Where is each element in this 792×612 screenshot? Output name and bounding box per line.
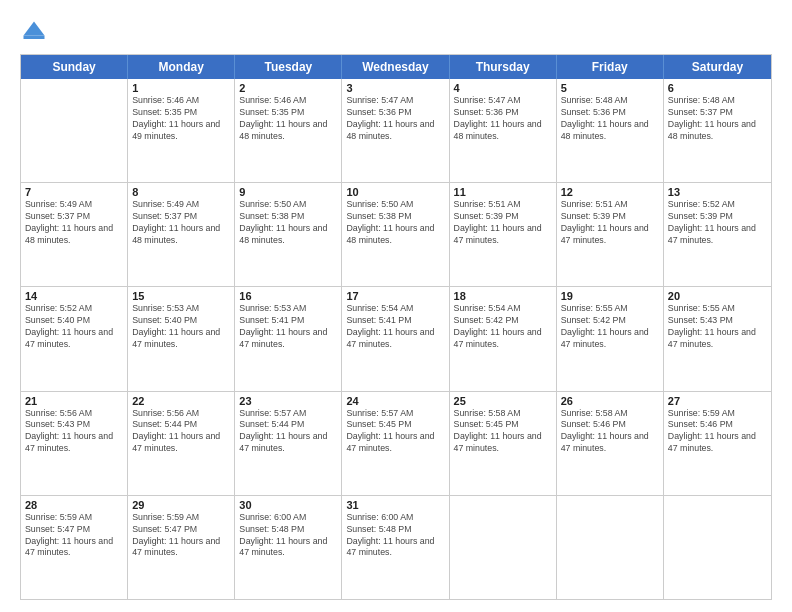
day-info: Sunrise: 6:00 AM Sunset: 5:48 PM Dayligh… — [239, 512, 337, 560]
day-number: 27 — [668, 395, 767, 407]
day-number: 31 — [346, 499, 444, 511]
day-info: Sunrise: 5:56 AM Sunset: 5:43 PM Dayligh… — [25, 408, 123, 456]
day-number: 18 — [454, 290, 552, 302]
day-cell-29: 29Sunrise: 5:59 AM Sunset: 5:47 PM Dayli… — [128, 496, 235, 599]
day-number: 6 — [668, 82, 767, 94]
day-cell-27: 27Sunrise: 5:59 AM Sunset: 5:46 PM Dayli… — [664, 392, 771, 495]
day-number: 12 — [561, 186, 659, 198]
day-info: Sunrise: 5:53 AM Sunset: 5:40 PM Dayligh… — [132, 303, 230, 351]
day-number: 19 — [561, 290, 659, 302]
day-number: 24 — [346, 395, 444, 407]
day-cell-3: 3Sunrise: 5:47 AM Sunset: 5:36 PM Daylig… — [342, 79, 449, 182]
day-info: Sunrise: 5:53 AM Sunset: 5:41 PM Dayligh… — [239, 303, 337, 351]
day-info: Sunrise: 5:52 AM Sunset: 5:40 PM Dayligh… — [25, 303, 123, 351]
day-cell-31: 31Sunrise: 6:00 AM Sunset: 5:48 PM Dayli… — [342, 496, 449, 599]
day-cell-26: 26Sunrise: 5:58 AM Sunset: 5:46 PM Dayli… — [557, 392, 664, 495]
day-number: 9 — [239, 186, 337, 198]
day-info: Sunrise: 5:51 AM Sunset: 5:39 PM Dayligh… — [561, 199, 659, 247]
day-cell-25: 25Sunrise: 5:58 AM Sunset: 5:45 PM Dayli… — [450, 392, 557, 495]
day-number: 5 — [561, 82, 659, 94]
day-number: 10 — [346, 186, 444, 198]
day-info: Sunrise: 5:54 AM Sunset: 5:42 PM Dayligh… — [454, 303, 552, 351]
header-day-saturday: Saturday — [664, 55, 771, 79]
day-cell-19: 19Sunrise: 5:55 AM Sunset: 5:42 PM Dayli… — [557, 287, 664, 390]
day-info: Sunrise: 5:54 AM Sunset: 5:41 PM Dayligh… — [346, 303, 444, 351]
page: SundayMondayTuesdayWednesdayThursdayFrid… — [0, 0, 792, 612]
day-cell-4: 4Sunrise: 5:47 AM Sunset: 5:36 PM Daylig… — [450, 79, 557, 182]
day-number: 16 — [239, 290, 337, 302]
day-info: Sunrise: 5:58 AM Sunset: 5:45 PM Dayligh… — [454, 408, 552, 456]
day-cell-2: 2Sunrise: 5:46 AM Sunset: 5:35 PM Daylig… — [235, 79, 342, 182]
day-number: 25 — [454, 395, 552, 407]
day-cell-28: 28Sunrise: 5:59 AM Sunset: 5:47 PM Dayli… — [21, 496, 128, 599]
day-cell-15: 15Sunrise: 5:53 AM Sunset: 5:40 PM Dayli… — [128, 287, 235, 390]
day-info: Sunrise: 5:51 AM Sunset: 5:39 PM Dayligh… — [454, 199, 552, 247]
day-info: Sunrise: 5:49 AM Sunset: 5:37 PM Dayligh… — [132, 199, 230, 247]
day-number: 17 — [346, 290, 444, 302]
day-number: 21 — [25, 395, 123, 407]
day-number: 26 — [561, 395, 659, 407]
day-number: 7 — [25, 186, 123, 198]
day-info: Sunrise: 5:58 AM Sunset: 5:46 PM Dayligh… — [561, 408, 659, 456]
day-number: 23 — [239, 395, 337, 407]
calendar-body: 1Sunrise: 5:46 AM Sunset: 5:35 PM Daylig… — [21, 79, 771, 599]
day-cell-18: 18Sunrise: 5:54 AM Sunset: 5:42 PM Dayli… — [450, 287, 557, 390]
day-cell-1: 1Sunrise: 5:46 AM Sunset: 5:35 PM Daylig… — [128, 79, 235, 182]
day-cell-11: 11Sunrise: 5:51 AM Sunset: 5:39 PM Dayli… — [450, 183, 557, 286]
day-cell-14: 14Sunrise: 5:52 AM Sunset: 5:40 PM Dayli… — [21, 287, 128, 390]
day-cell-8: 8Sunrise: 5:49 AM Sunset: 5:37 PM Daylig… — [128, 183, 235, 286]
week-row-0: 1Sunrise: 5:46 AM Sunset: 5:35 PM Daylig… — [21, 79, 771, 183]
day-number: 2 — [239, 82, 337, 94]
day-number: 8 — [132, 186, 230, 198]
day-cell-30: 30Sunrise: 6:00 AM Sunset: 5:48 PM Dayli… — [235, 496, 342, 599]
day-info: Sunrise: 5:57 AM Sunset: 5:44 PM Dayligh… — [239, 408, 337, 456]
day-number: 28 — [25, 499, 123, 511]
calendar: SundayMondayTuesdayWednesdayThursdayFrid… — [20, 54, 772, 600]
empty-cell-0-0 — [21, 79, 128, 182]
day-number: 11 — [454, 186, 552, 198]
day-cell-21: 21Sunrise: 5:56 AM Sunset: 5:43 PM Dayli… — [21, 392, 128, 495]
day-number: 30 — [239, 499, 337, 511]
day-info: Sunrise: 5:46 AM Sunset: 5:35 PM Dayligh… — [132, 95, 230, 143]
day-number: 20 — [668, 290, 767, 302]
day-info: Sunrise: 5:50 AM Sunset: 5:38 PM Dayligh… — [239, 199, 337, 247]
week-row-4: 28Sunrise: 5:59 AM Sunset: 5:47 PM Dayli… — [21, 496, 771, 599]
calendar-header: SundayMondayTuesdayWednesdayThursdayFrid… — [21, 55, 771, 79]
week-row-2: 14Sunrise: 5:52 AM Sunset: 5:40 PM Dayli… — [21, 287, 771, 391]
logo-icon — [20, 18, 48, 46]
day-info: Sunrise: 5:47 AM Sunset: 5:36 PM Dayligh… — [454, 95, 552, 143]
header-day-sunday: Sunday — [21, 55, 128, 79]
empty-cell-4-4 — [450, 496, 557, 599]
header-day-monday: Monday — [128, 55, 235, 79]
day-cell-22: 22Sunrise: 5:56 AM Sunset: 5:44 PM Dayli… — [128, 392, 235, 495]
day-cell-24: 24Sunrise: 5:57 AM Sunset: 5:45 PM Dayli… — [342, 392, 449, 495]
day-cell-6: 6Sunrise: 5:48 AM Sunset: 5:37 PM Daylig… — [664, 79, 771, 182]
day-number: 22 — [132, 395, 230, 407]
header-day-wednesday: Wednesday — [342, 55, 449, 79]
header — [20, 18, 772, 46]
day-cell-16: 16Sunrise: 5:53 AM Sunset: 5:41 PM Dayli… — [235, 287, 342, 390]
day-cell-17: 17Sunrise: 5:54 AM Sunset: 5:41 PM Dayli… — [342, 287, 449, 390]
day-cell-12: 12Sunrise: 5:51 AM Sunset: 5:39 PM Dayli… — [557, 183, 664, 286]
day-info: Sunrise: 5:49 AM Sunset: 5:37 PM Dayligh… — [25, 199, 123, 247]
logo — [20, 18, 52, 46]
day-info: Sunrise: 5:50 AM Sunset: 5:38 PM Dayligh… — [346, 199, 444, 247]
day-cell-9: 9Sunrise: 5:50 AM Sunset: 5:38 PM Daylig… — [235, 183, 342, 286]
day-number: 13 — [668, 186, 767, 198]
day-info: Sunrise: 5:56 AM Sunset: 5:44 PM Dayligh… — [132, 408, 230, 456]
day-info: Sunrise: 5:48 AM Sunset: 5:36 PM Dayligh… — [561, 95, 659, 143]
day-cell-5: 5Sunrise: 5:48 AM Sunset: 5:36 PM Daylig… — [557, 79, 664, 182]
week-row-3: 21Sunrise: 5:56 AM Sunset: 5:43 PM Dayli… — [21, 392, 771, 496]
day-cell-7: 7Sunrise: 5:49 AM Sunset: 5:37 PM Daylig… — [21, 183, 128, 286]
week-row-1: 7Sunrise: 5:49 AM Sunset: 5:37 PM Daylig… — [21, 183, 771, 287]
day-info: Sunrise: 5:57 AM Sunset: 5:45 PM Dayligh… — [346, 408, 444, 456]
day-number: 3 — [346, 82, 444, 94]
day-number: 15 — [132, 290, 230, 302]
day-cell-23: 23Sunrise: 5:57 AM Sunset: 5:44 PM Dayli… — [235, 392, 342, 495]
header-day-tuesday: Tuesday — [235, 55, 342, 79]
day-info: Sunrise: 5:55 AM Sunset: 5:42 PM Dayligh… — [561, 303, 659, 351]
empty-cell-4-5 — [557, 496, 664, 599]
header-day-friday: Friday — [557, 55, 664, 79]
empty-cell-4-6 — [664, 496, 771, 599]
day-number: 14 — [25, 290, 123, 302]
